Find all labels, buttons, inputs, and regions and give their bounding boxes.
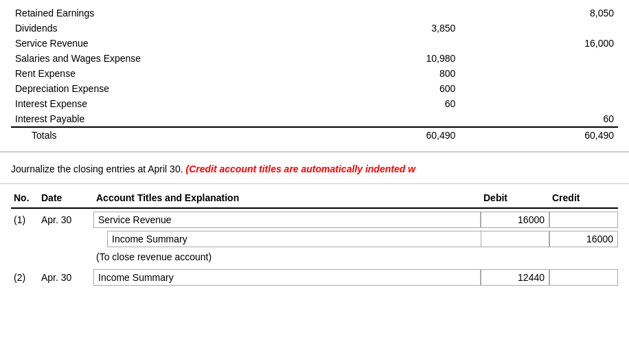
ledger-row-6: Interest Expense60 <box>11 96 618 111</box>
ledger-row-5: Depreciation Expense600 <box>11 81 618 96</box>
ledger-table: Retained Earnings8,050Dividends3,850Serv… <box>11 5 618 143</box>
entry-1-account-cell[interactable] <box>93 212 481 228</box>
ledger-account-0: Retained Earnings <box>11 5 301 21</box>
ledger-credit-3 <box>459 51 618 66</box>
ledger-row-4: Rent Expense800 <box>11 66 618 81</box>
entry-1-debit-input[interactable] <box>481 212 549 228</box>
ledger-section: Retained Earnings8,050Dividends3,850Serv… <box>0 0 629 152</box>
entry-2-date: Apr. 30 <box>38 271 93 284</box>
entry-1-sub-date <box>38 238 93 240</box>
ledger-credit-5 <box>459 81 618 96</box>
entry-1-sub-row <box>11 231 618 247</box>
ledger-row-0: Retained Earnings8,050 <box>11 5 618 21</box>
ledger-debit-6: 60 <box>301 96 460 111</box>
entry-1-date: Apr. 30 <box>38 213 93 227</box>
entry-1-sub-no <box>11 238 38 240</box>
totals-label: Totals <box>11 127 301 143</box>
totals-debit: 60,490 <box>301 127 460 143</box>
ledger-row-7: Interest Payable60 <box>11 111 618 127</box>
entry-1-sub-debit-input[interactable] <box>481 231 549 247</box>
entry-1-sub-credit-input[interactable] <box>549 231 618 247</box>
journal-entry-1: (1) Apr. 30 <box>11 212 618 264</box>
col-header-date: Date <box>38 191 93 205</box>
entry-1-account-input[interactable] <box>93 212 481 228</box>
entry-1-main-row: (1) Apr. 30 <box>11 212 618 228</box>
entry-1-no: (1) <box>11 213 38 227</box>
entry-2-main-row: (2) Apr. 30 <box>11 269 618 286</box>
entry-1-sub-debit-cell[interactable] <box>481 231 549 247</box>
journal-section: No. Date Account Titles and Explanation … <box>0 184 629 298</box>
ledger-account-7: Interest Payable <box>11 111 301 127</box>
ledger-credit-1 <box>459 21 618 36</box>
ledger-credit-7: 60 <box>459 111 618 127</box>
ledger-row-1: Dividends3,850 <box>11 21 618 36</box>
entry-2-account-cell[interactable] <box>93 269 481 286</box>
col-header-debit: Debit <box>481 191 549 205</box>
ledger-debit-0 <box>301 5 460 21</box>
entry-2-account-input[interactable] <box>93 269 481 286</box>
entry-1-credit-input[interactable] <box>549 212 618 228</box>
ledger-debit-7 <box>301 111 460 127</box>
journal-entry-2: (2) Apr. 30 <box>11 269 618 286</box>
instruction-highlight: (Credit account titles are automatically… <box>185 163 415 174</box>
entry-1-note-no <box>11 255 38 258</box>
ledger-credit-4 <box>459 66 618 81</box>
entry-1-sub-account-input[interactable] <box>107 231 494 247</box>
ledger-account-6: Interest Expense <box>11 96 301 111</box>
entry-1-sub-account-cell[interactable] <box>93 231 481 247</box>
col-header-credit: Credit <box>549 191 618 205</box>
entry-2-credit-cell[interactable] <box>549 269 618 286</box>
ledger-account-4: Rent Expense <box>11 66 301 81</box>
entry-2-credit-input[interactable] <box>549 269 618 286</box>
ledger-account-1: Dividends <box>11 21 301 36</box>
ledger-credit-2: 16,000 <box>459 36 618 51</box>
col-header-no: No. <box>11 191 38 205</box>
entry-1-note-row: (To close revenue account) <box>11 250 618 264</box>
totals-credit: 60,490 <box>459 127 618 143</box>
entry-2-debit-cell[interactable] <box>481 269 549 286</box>
col-header-account: Account Titles and Explanation <box>93 191 481 205</box>
ledger-credit-0: 8,050 <box>459 5 618 21</box>
entry-2-debit-input[interactable] <box>481 269 549 286</box>
entry-1-credit-cell[interactable] <box>549 212 618 228</box>
entry-1-debit-cell[interactable] <box>481 212 549 228</box>
journal-header: No. Date Account Titles and Explanation … <box>11 191 618 209</box>
instruction-text: Journalize the closing entries at April … <box>11 163 183 174</box>
entry-2-no: (2) <box>11 271 38 284</box>
ledger-row-3: Salaries and Wages Expense10,980 <box>11 51 618 66</box>
ledger-debit-3: 10,980 <box>301 51 460 66</box>
ledger-row-2: Service Revenue16,000 <box>11 36 618 51</box>
ledger-debit-2 <box>301 36 460 51</box>
ledger-credit-6 <box>459 96 618 111</box>
ledger-account-5: Depreciation Expense <box>11 81 301 96</box>
ledger-debit-4: 800 <box>301 66 460 81</box>
totals-row: Totals 60,490 60,490 <box>11 127 618 143</box>
ledger-debit-5: 600 <box>301 81 460 96</box>
ledger-account-2: Service Revenue <box>11 36 301 51</box>
ledger-account-3: Salaries and Wages Expense <box>11 51 301 66</box>
instruction-row: Journalize the closing entries at April … <box>0 152 629 184</box>
entry-1-note: (To close revenue account) <box>93 250 481 264</box>
entry-1-note-date <box>38 255 93 258</box>
entry-1-sub-credit-cell[interactable] <box>549 231 618 247</box>
ledger-debit-1: 3,850 <box>301 21 460 36</box>
